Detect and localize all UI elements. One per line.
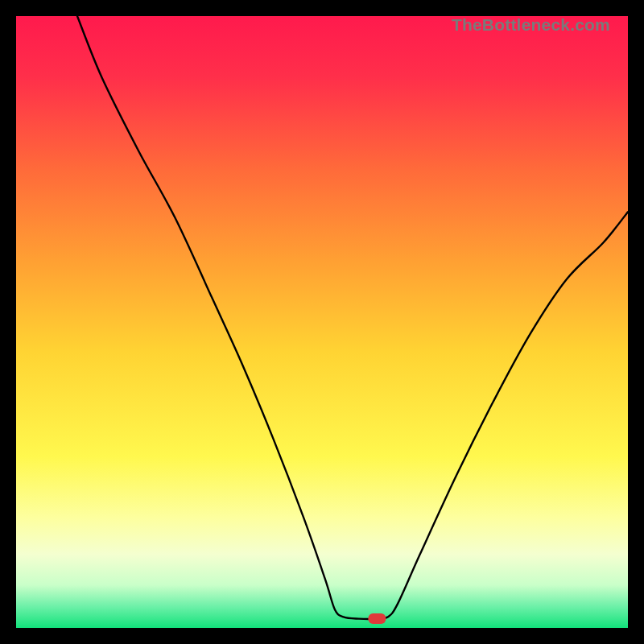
bottleneck-chart [16,16,628,628]
optimal-point-marker [368,613,386,624]
watermark-text: TheBottleneck.com [452,15,610,35]
chart-frame: TheBottleneck.com [16,16,628,628]
gradient-background [16,16,628,628]
